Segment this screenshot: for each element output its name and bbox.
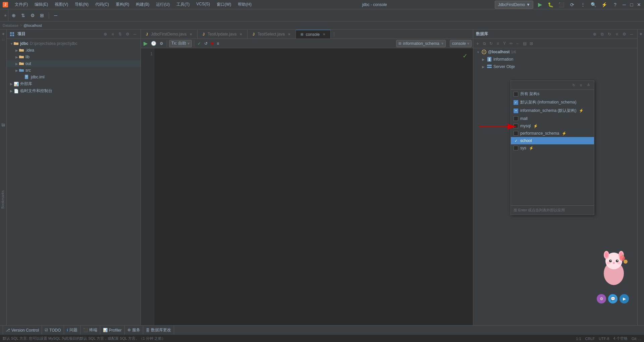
menu-run[interactable]: 运行(U) (153, 1, 172, 8)
db-panel-copy[interactable]: ⧉ (599, 31, 605, 37)
tab-close-testupdate[interactable]: ✕ (238, 32, 243, 37)
menu-refactor[interactable]: 重构(R) (113, 1, 132, 8)
tree-item-out[interactable]: ▶ out (7, 60, 141, 67)
schema-popup-download[interactable]: ≛ (585, 82, 591, 88)
status-problems[interactable]: ℹ 问题 (64, 326, 80, 335)
db-panel-list[interactable]: ≡ (614, 31, 620, 37)
status-version-control[interactable]: ⎇ Version Control (3, 326, 42, 335)
schema-item-info-schema[interactable]: ━ information_schema (默认架构) ⚡ (511, 107, 594, 115)
tab-jdbcfirstdemo[interactable]: J JdbcFirstDemo.java ✕ (141, 30, 198, 39)
sql-rollback-btn[interactable]: ↺ (203, 40, 209, 47)
help-button[interactable]: ? (611, 1, 619, 9)
sync-btn[interactable]: ⇅ (19, 11, 27, 19)
tree-item-external[interactable]: ▶ 📊 外部库 (7, 80, 141, 87)
cute-btn-dark-blue[interactable]: ▶ (620, 294, 629, 303)
run-button[interactable]: ▶ (536, 1, 544, 9)
schema-item-sys[interactable]: sys ⚡ (511, 144, 594, 152)
status-terminal[interactable]: ⬛ 终端 (80, 326, 100, 335)
db-refresh-btn[interactable]: ↻ (488, 41, 494, 47)
schema-item-mall[interactable]: mall (511, 115, 594, 122)
status-services[interactable]: ⚙ 服务 (125, 326, 143, 335)
tab-testupdate[interactable]: J TestUpdate.java ✕ (198, 30, 248, 39)
status-db-changes[interactable]: 🗄 数据库更改 (143, 326, 174, 335)
menu-help[interactable]: 帮助(H) (235, 1, 254, 8)
line-ending[interactable]: CRLF (585, 337, 595, 341)
schema-item-all[interactable]: 所有 架构s (511, 90, 594, 98)
status-profiler[interactable]: 📊 Profiler (100, 326, 125, 335)
project-selector[interactable]: JdbcFirstDemo ▼ (495, 1, 533, 9)
schema-item-school[interactable]: ✓ school (511, 137, 594, 144)
panel-list-btn[interactable]: ≡ (110, 31, 116, 37)
breadcrumb-database[interactable]: Database (3, 23, 18, 27)
console-selector-btn[interactable]: console ▾ (450, 40, 472, 47)
schema-checkbox-sys[interactable] (514, 146, 518, 150)
tab-more-btn[interactable]: ⋮ (331, 30, 337, 39)
panel-add-btn[interactable]: ⊕ (102, 31, 108, 37)
db-panel-minimize[interactable]: ─ (629, 31, 635, 37)
tree-item-temp[interactable]: ▶ 📄 临时文件和控制台 (7, 87, 141, 94)
maximize-button[interactable]: □ (629, 2, 634, 7)
tree-item-lib[interactable]: ▶ lib (7, 54, 141, 60)
minimize-button[interactable]: ─ (622, 2, 627, 7)
db-add-btn[interactable]: + (475, 41, 481, 47)
db-edit-btn[interactable]: ✏ (508, 41, 514, 47)
menu-code[interactable]: 代码(C) (93, 1, 112, 8)
db-schema-btn[interactable]: ⊞ (528, 41, 534, 47)
cursor-position[interactable]: 1:1 (576, 337, 581, 341)
db-item-server[interactable]: ▶ Server Obje (473, 63, 637, 70)
schema-checkbox-mall[interactable] (514, 116, 518, 121)
db-copy-btn[interactable]: ⧉ (481, 41, 487, 47)
expand-btn[interactable]: ⊞ (38, 11, 46, 19)
tree-item-src[interactable]: ▶ src (7, 67, 141, 74)
db-item-information[interactable]: ▶ information (473, 56, 637, 63)
config-btn[interactable]: ⚙ (29, 11, 37, 19)
tx-dropdown[interactable]: Tx: 自助 ▾ (169, 40, 192, 47)
menu-window[interactable]: 窗口(W) (214, 1, 234, 8)
tab-console[interactable]: ⊞ console ✕ (296, 30, 331, 39)
schema-item-performance[interactable]: performance_schema ⚡ (511, 130, 594, 137)
tree-item-iml[interactable]: ▶ jdbc.iml (7, 74, 141, 80)
coverage-button[interactable]: ⬛ (557, 1, 566, 9)
schema-popup-list[interactable]: ≡ (578, 82, 584, 88)
tree-item-idea[interactable]: ▶ .idea (7, 47, 141, 54)
sql-run-btn[interactable]: ▶ (142, 40, 149, 47)
notifications[interactable]: ⚡ (600, 1, 608, 9)
debug-button[interactable]: 🐛 (547, 1, 555, 9)
db-table-btn[interactable]: ▤ (522, 41, 528, 47)
tab-close-testselect[interactable]: ✕ (287, 32, 291, 37)
cute-btn-blue[interactable]: 💬 (608, 294, 618, 303)
indent-info[interactable]: 4 个空格 (613, 336, 627, 341)
sql-settings-btn[interactable]: ⚙ (158, 40, 165, 47)
close-button[interactable]: ✕ (637, 2, 641, 7)
project-panel-icon[interactable] (9, 31, 15, 37)
cute-btn-purple[interactable]: ⚙ (597, 294, 606, 303)
sql-history-btn[interactable]: 🕐 (150, 40, 158, 47)
tab-close-jdbcfirstdemo[interactable]: ✕ (189, 32, 193, 37)
left-strip-btn2[interactable]: □ (1, 37, 6, 42)
schema-checkbox-performance[interactable] (514, 131, 518, 136)
new-file-btn[interactable]: ⊕ (10, 11, 18, 19)
menu-file[interactable]: 文件(F) (12, 1, 31, 8)
more-actions[interactable]: ⋮ (579, 1, 587, 9)
menu-tools[interactable]: 工具(T) (174, 1, 192, 8)
db-panel-add[interactable]: ⊕ (592, 31, 598, 37)
left-strip-btn1[interactable]: ◈ (1, 31, 6, 36)
menu-view[interactable]: 视图(V) (52, 1, 71, 8)
panel-settings-btn[interactable]: ⚙ (124, 31, 130, 37)
menu-vcs[interactable]: VCS(S) (194, 1, 213, 8)
bookmarks-label[interactable]: Bookmarks (1, 190, 5, 209)
panel-minimize-btn[interactable]: ─ (132, 31, 138, 37)
tab-close-console[interactable]: ✕ (322, 32, 326, 37)
db-sort-btn[interactable]: ≡ (495, 41, 501, 47)
schema-popup-refresh[interactable]: ↻ (571, 82, 577, 88)
sql-commit-btn[interactable]: ✓ (196, 40, 202, 47)
menu-edit[interactable]: 编辑(E) (32, 1, 51, 8)
code-content[interactable] (154, 48, 473, 325)
breadcrumb-localhost[interactable]: @localhost (23, 23, 42, 27)
sql-format-btn[interactable]: ≡ (215, 40, 220, 47)
db-filter-btn[interactable]: Y (501, 41, 507, 47)
profile-button[interactable]: ⟳ (568, 1, 576, 9)
db-panel-settings[interactable]: ⚙ (621, 31, 627, 37)
db-item-localhost[interactable]: ▾ @localhost 1/6 (473, 48, 637, 56)
schema-checkbox-info-schema[interactable]: ━ (514, 109, 518, 113)
